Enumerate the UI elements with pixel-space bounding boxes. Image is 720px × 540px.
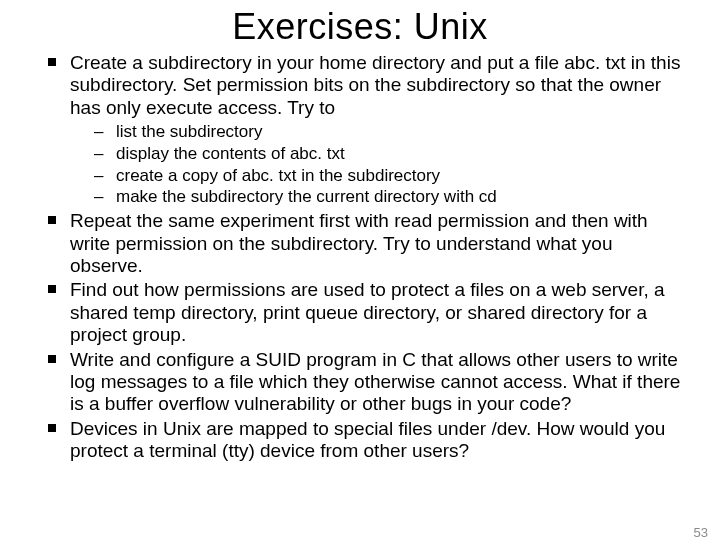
list-item: Devices in Unix are mapped to special fi…	[48, 418, 690, 463]
list-item: Find out how permissions are used to pro…	[48, 279, 690, 346]
list-item: Create a subdirectory in your home direc…	[48, 52, 690, 208]
list-item: Write and configure a SUID program in C …	[48, 349, 690, 416]
list-item-text: Create a subdirectory in your home direc…	[70, 52, 680, 118]
page-number: 53	[694, 525, 708, 540]
bullet-list: Create a subdirectory in your home direc…	[30, 52, 690, 463]
slide-title: Exercises: Unix	[30, 6, 690, 48]
list-item-text: Devices in Unix are mapped to special fi…	[70, 418, 665, 461]
sub-list-item: display the contents of abc. txt	[94, 143, 690, 165]
list-item: Repeat the same experiment first with re…	[48, 210, 690, 277]
list-item-text: Find out how permissions are used to pro…	[70, 279, 665, 345]
sub-list-item: make the subdirectory the current direct…	[94, 186, 690, 208]
sub-bullet-list: list the subdirectory display the conten…	[70, 121, 690, 208]
sub-list-item: list the subdirectory	[94, 121, 690, 143]
list-item-text: Write and configure a SUID program in C …	[70, 349, 680, 415]
list-item-text: Repeat the same experiment first with re…	[70, 210, 648, 276]
sub-list-item: create a copy of abc. txt in the subdire…	[94, 165, 690, 187]
